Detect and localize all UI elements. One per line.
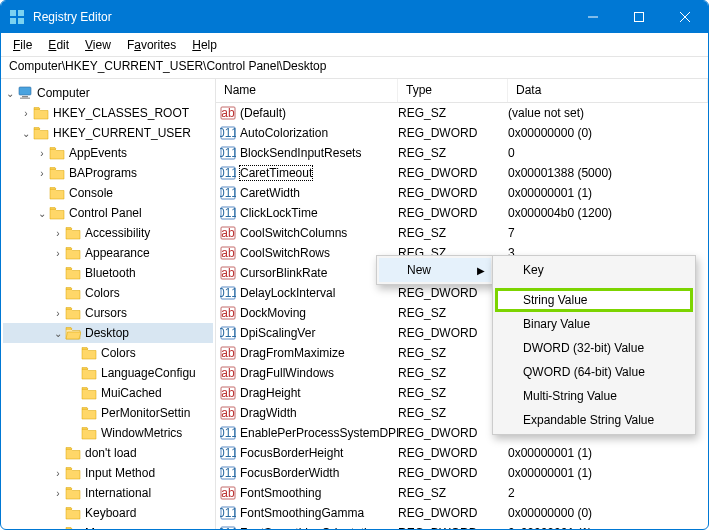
tree-languageconfig[interactable]: LanguageConfigu (3, 363, 213, 383)
list-pane[interactable]: Name Type Data ab(Default)REG_SZ(value n… (216, 79, 708, 529)
tree-international[interactable]: ›International (3, 483, 213, 503)
tree-windowmetrics[interactable]: WindowMetrics (3, 423, 213, 443)
twisty-icon[interactable]: › (35, 168, 49, 179)
tree-label: PerMonitorSettin (101, 406, 190, 420)
tree-keyboard[interactable]: Keyboard (3, 503, 213, 523)
twisty-icon[interactable]: › (35, 148, 49, 159)
tree-permonitor[interactable]: PerMonitorSettin (3, 403, 213, 423)
submenu-multi-string-value[interactable]: Multi-String Value (495, 384, 693, 408)
value-type: REG_DWORD (398, 446, 508, 460)
svg-text:ab: ab (221, 266, 235, 280)
svg-text:011: 011 (220, 286, 236, 300)
tree-pane[interactable]: ⌄Computer›HKEY_CLASSES_ROOT⌄HKEY_CURRENT… (1, 79, 216, 529)
tree-colors[interactable]: Colors (3, 283, 213, 303)
maximize-button[interactable] (616, 1, 662, 33)
tree-label: Desktop (85, 326, 129, 340)
svg-text:ab: ab (221, 246, 235, 260)
tree-label: BAPrograms (69, 166, 137, 180)
twisty-icon[interactable]: › (51, 488, 65, 499)
tree-desktop-colors[interactable]: Colors (3, 343, 213, 363)
tree-accessibility[interactable]: ›Accessibility (3, 223, 213, 243)
list-row[interactable]: 011AutoColorizationREG_DWORD0x00000000 (… (216, 123, 708, 143)
tree-appevents[interactable]: ›AppEvents (3, 143, 213, 163)
menu-help[interactable]: Help (186, 36, 223, 54)
tree-label: MuiCached (101, 386, 162, 400)
tree-hkcr[interactable]: ›HKEY_CLASSES_ROOT (3, 103, 213, 123)
svg-text:011: 011 (220, 426, 236, 440)
tree-computer[interactable]: ⌄Computer (3, 83, 213, 103)
submenu-string-value[interactable]: String Value (495, 288, 693, 312)
col-header-data[interactable]: Data (508, 79, 708, 102)
list-row[interactable]: abCoolSwitchColumnsREG_SZ7 (216, 223, 708, 243)
tree-bluetooth[interactable]: Bluetooth (3, 263, 213, 283)
submenu-key[interactable]: Key (495, 258, 693, 282)
tree-controlpanel[interactable]: ⌄Control Panel (3, 203, 213, 223)
svg-text:ab: ab (221, 306, 235, 320)
submenu-dword-value[interactable]: DWORD (32-bit) Value (495, 336, 693, 360)
list-row[interactable]: 011FocusBorderWidthREG_DWORD0x00000001 (… (216, 463, 708, 483)
address-bar[interactable]: Computer\HKEY_CURRENT_USER\Control Panel… (1, 57, 708, 79)
tree-cursors[interactable]: ›Cursors (3, 303, 213, 323)
twisty-icon[interactable]: ⌄ (3, 88, 17, 99)
tree-label: Mouse (85, 526, 121, 529)
twisty-icon[interactable]: › (51, 228, 65, 239)
minimize-button[interactable] (570, 1, 616, 33)
svg-text:011: 011 (220, 326, 236, 340)
submenu-qword-value[interactable]: QWORD (64-bit) Value (495, 360, 693, 384)
list-row[interactable]: 011CaretTimeoutREG_DWORD0x00001388 (5000… (216, 163, 708, 183)
list-row[interactable]: 011FontSmoothingGammaREG_DWORD0x00000000… (216, 503, 708, 523)
tree-label: don't load (85, 446, 137, 460)
svg-text:011: 011 (220, 166, 236, 180)
tree-label: Cursors (85, 306, 127, 320)
value-name: CaretTimeout (240, 166, 312, 180)
value-data: 0x00000000 (0) (508, 506, 708, 520)
twisty-icon[interactable]: ⌄ (35, 208, 49, 219)
twisty-icon[interactable]: › (51, 468, 65, 479)
tree-console[interactable]: Console (3, 183, 213, 203)
value-type: REG_DWORD (398, 526, 508, 529)
twisty-icon[interactable]: ⌄ (19, 128, 33, 139)
svg-rect-3 (18, 18, 24, 24)
list-row[interactable]: abFontSmoothingREG_SZ2 (216, 483, 708, 503)
context-menu-new[interactable]: New ▶ (379, 258, 491, 282)
col-header-type[interactable]: Type (398, 79, 508, 102)
svg-text:011: 011 (220, 466, 236, 480)
value-data: 0x000004b0 (1200) (508, 206, 708, 220)
col-header-name[interactable]: Name (216, 79, 398, 102)
value-type: REG_SZ (398, 486, 508, 500)
tree-inputmethod[interactable]: ›Input Method (3, 463, 213, 483)
menu-file[interactable]: File (7, 36, 38, 54)
menu-view[interactable]: View (79, 36, 117, 54)
twisty-icon[interactable]: › (51, 248, 65, 259)
value-type: REG_DWORD (398, 466, 508, 480)
tree-muicached[interactable]: MuiCached (3, 383, 213, 403)
tree-baprograms[interactable]: ›BAPrograms (3, 163, 213, 183)
tree-label: Console (69, 186, 113, 200)
value-data: 0x00000001 (1) (508, 446, 708, 460)
tree-appearance[interactable]: ›Appearance (3, 243, 213, 263)
tree-mouse[interactable]: Mouse (3, 523, 213, 529)
submenu-binary-value[interactable]: Binary Value (495, 312, 693, 336)
tree-desktop[interactable]: ⌄Desktop (3, 323, 213, 343)
value-name: FontSmoothingGamma (240, 506, 364, 520)
list-row[interactable]: 011CaretWidthREG_DWORD0x00000001 (1) (216, 183, 708, 203)
twisty-icon[interactable]: › (19, 108, 33, 119)
tree-hkcu[interactable]: ⌄HKEY_CURRENT_USER (3, 123, 213, 143)
tree-label: AppEvents (69, 146, 127, 160)
tree-dontload[interactable]: don't load (3, 443, 213, 463)
list-row[interactable]: 011FocusBorderHeightREG_DWORD0x00000001 … (216, 443, 708, 463)
tree-label: Keyboard (85, 506, 136, 520)
list-row[interactable]: 011FontSmoothingOrientationREG_DWORD0x00… (216, 523, 708, 529)
submenu-expandable-string-value[interactable]: Expandable String Value (495, 408, 693, 432)
menu-favorites[interactable]: Favorites (121, 36, 182, 54)
list-row[interactable]: ab(Default)REG_SZ(value not set) (216, 103, 708, 123)
tree-label: WindowMetrics (101, 426, 182, 440)
list-row[interactable]: 011ClickLockTimeREG_DWORD0x000004b0 (120… (216, 203, 708, 223)
menu-edit[interactable]: Edit (42, 36, 75, 54)
close-button[interactable] (662, 1, 708, 33)
twisty-icon[interactable]: ⌄ (51, 328, 65, 339)
value-type: REG_DWORD (398, 166, 508, 180)
twisty-icon[interactable]: › (51, 308, 65, 319)
tree-label: Appearance (85, 246, 150, 260)
list-row[interactable]: 011BlockSendInputResetsREG_SZ0 (216, 143, 708, 163)
